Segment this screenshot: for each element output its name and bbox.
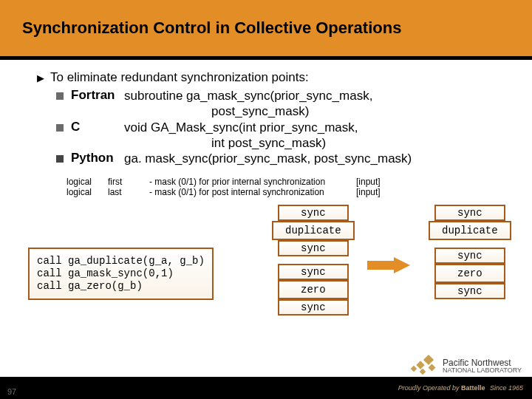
lang-c: C void GA_Mask_sync(int prior_sync_mask,… — [56, 120, 502, 151]
language-list: Fortran subroutine ga_mask_sync(prior_sy… — [56, 88, 502, 166]
param-type: logical — [66, 187, 108, 197]
lang-sig: void GA_Mask_sync(int prior_sync_mask, i… — [124, 120, 358, 151]
stack-after: sync duplicate sync zero sync — [429, 205, 511, 299]
code-box: call ga_duplicate(g_a, g_b) call ga_mask… — [28, 248, 214, 299]
node-zero: zero — [278, 280, 349, 299]
title-bar: Synchronization Control in Collective Op… — [0, 0, 532, 56]
lang-name: Python — [71, 151, 124, 166]
footer-text: Proudly Operated by Battelle Since 1965 — [398, 384, 523, 392]
node-duplicate: duplicate — [429, 221, 511, 240]
logo-icon — [410, 352, 438, 374]
pnnl-logo: Pacific Northwest NATIONAL LABORATORY — [410, 352, 522, 374]
param-row: logical last - mask (0/1) for post inter… — [66, 187, 502, 197]
lang-sig: ga. mask_sync(prior_sync_mask, post_sync… — [124, 151, 412, 166]
param-name: first — [108, 177, 149, 187]
param-table: logical first - mask (0/1) for prior int… — [66, 177, 502, 197]
content: ▶ To eliminate redundant synchronization… — [0, 60, 532, 373]
slide-title: Synchronization Control in Collective Op… — [22, 18, 401, 38]
square-icon — [56, 124, 64, 132]
slide-number: 97 — [7, 387, 16, 396]
code-line: call ga_mask_sync(0,1) — [37, 267, 205, 280]
node-sync: sync — [278, 240, 349, 256]
node-sync: sync — [434, 283, 505, 299]
stack-before: sync duplicate sync sync zero sync — [272, 205, 355, 316]
param-desc: - mask (0/1) for post internal synchroni… — [149, 187, 356, 197]
lang-sig: subroutine ga_mask_sync(prior_sync_mask,… — [124, 88, 372, 120]
node-duplicate: duplicate — [272, 221, 355, 240]
lang-name: C — [71, 120, 124, 134]
param-io: [input] — [356, 177, 400, 187]
node-sync: sync — [278, 205, 349, 221]
node-sync: sync — [434, 205, 505, 221]
bullet-main-text: To eliminate redundant synchronization p… — [50, 70, 309, 85]
lang-fortran: Fortran subroutine ga_mask_sync(prior_sy… — [56, 88, 502, 120]
triangle-icon: ▶ — [37, 72, 44, 83]
node-sync: sync — [278, 264, 349, 280]
param-desc: - mask (0/1) for prior internal synchron… — [149, 177, 356, 187]
node-zero: zero — [434, 264, 505, 283]
lang-python: Python ga. mask_sync(prior_sync_mask, po… — [56, 151, 502, 166]
param-type: logical — [66, 177, 108, 187]
param-name: last — [108, 187, 149, 197]
code-line: call ga_duplicate(g_a, g_b) — [37, 255, 205, 267]
param-row: logical first - mask (0/1) for prior int… — [66, 177, 502, 187]
square-icon — [56, 155, 64, 163]
diagram-area: call ga_duplicate(g_a, g_b) call ga_mask… — [37, 211, 502, 373]
lang-name: Fortran — [71, 88, 124, 103]
node-sync: sync — [278, 299, 349, 316]
param-io: [input] — [356, 187, 400, 197]
node-sync: sync — [434, 248, 505, 264]
square-icon — [56, 92, 64, 100]
arrow-icon — [367, 258, 410, 273]
footer: Proudly Operated by Battelle Since 1965 — [0, 377, 532, 399]
bullet-main: ▶ To eliminate redundant synchronization… — [37, 70, 502, 85]
code-line: call ga_zero(g_b) — [37, 280, 205, 293]
logo-text: Pacific Northwest NATIONAL LABORATORY — [443, 358, 522, 374]
